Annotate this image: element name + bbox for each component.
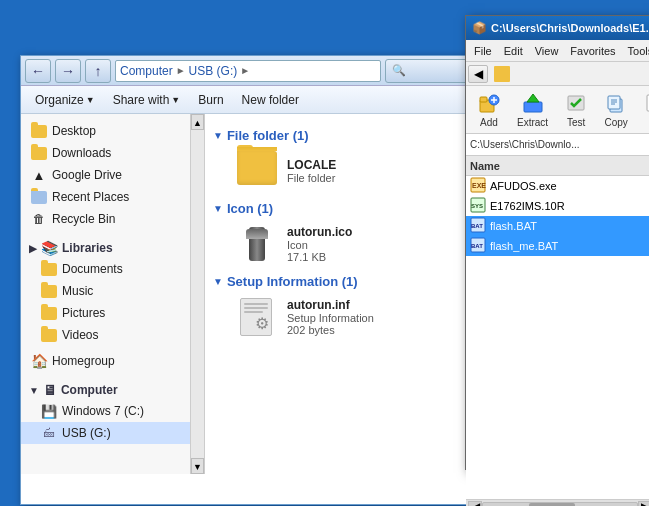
sidebar-documents-label: Documents [62, 262, 123, 276]
forward-button[interactable]: → [55, 59, 81, 83]
sidebar-homegroup-label: Homegroup [52, 354, 115, 368]
winrar-m-button[interactable]: M M [637, 87, 649, 132]
sidebar-desktop-label: Desktop [52, 124, 96, 138]
icon-title: Icon (1) [227, 201, 273, 216]
sidebar-item-windows-drive[interactable]: 💾 Windows 7 (C:) [21, 400, 190, 422]
scroll-left-button[interactable]: ◀ [468, 501, 482, 507]
winrar-copy-button[interactable]: Copy [597, 87, 635, 132]
winrar-menu-favorites[interactable]: Favorites [566, 43, 619, 59]
sidebar-item-googledrive[interactable]: ▲ Google Drive [21, 164, 190, 186]
sidebar-item-recyclebin[interactable]: 🗑 Recycle Bin [21, 208, 190, 230]
sidebar-scroll-down[interactable]: ▼ [191, 458, 204, 474]
sidebar-item-homegroup[interactable]: 🏠 Homegroup [21, 350, 190, 372]
winrar-scrollbar[interactable]: ◀ ▶ [466, 499, 649, 506]
sidebar-downloads-label: Downloads [52, 146, 111, 160]
sidebar-pictures-label: Pictures [62, 306, 105, 320]
filefolder-arrow: ▼ [213, 130, 223, 141]
sidebar-windows-drive-label: Windows 7 (C:) [62, 404, 144, 418]
setupinfo-title: Setup Information (1) [227, 274, 358, 289]
search-button[interactable]: 🔍 [385, 59, 475, 83]
winrar-menu-file[interactable]: File [470, 43, 496, 59]
winrar-toolbar: Add Extract Test [466, 86, 649, 134]
autorun-inf-icon: ⚙ [237, 297, 277, 337]
libraries-group[interactable]: ▶ 📚 Libraries [21, 234, 190, 258]
scroll-right-button[interactable]: ▶ [638, 501, 649, 507]
new-folder-menu[interactable]: New folder [234, 90, 307, 110]
winrar-file-flash-me-bat[interactable]: BAT flash_me.BAT [466, 236, 649, 256]
sidebar-homegroup: 🏠 Homegroup [21, 350, 190, 372]
winrar-path-text: C:\Users\Chris\Downlo... [470, 139, 579, 150]
breadcrumb-usb[interactable]: USB (G:) [189, 64, 238, 78]
file-item-autorun-inf[interactable]: ⚙ autorun.inf Setup Information 202 byte… [229, 293, 471, 341]
computer-label: Computer [61, 383, 118, 397]
sidebar-item-documents[interactable]: Documents [21, 258, 190, 280]
winrar-content: EXE AFUDOS.exe SYS E1762IMS.10R [466, 176, 649, 506]
svg-text:BAT: BAT [471, 243, 483, 249]
sidebar-music-label: Music [62, 284, 93, 298]
sidebar-scrollbar[interactable]: ▲ ▼ [191, 114, 205, 474]
file-item-autorun-ico[interactable]: autorun.ico Icon 17.1 KB [229, 220, 471, 268]
icon-arrow: ▼ [213, 203, 223, 214]
downloads-icon [31, 145, 47, 161]
usb-drive-icon: 🖮 [41, 425, 57, 441]
setupinfo-arrow: ▼ [213, 276, 223, 287]
winrar-col-name[interactable]: Name [470, 160, 649, 172]
autorun-ico-icon [237, 224, 277, 264]
winrar-back[interactable]: ◀ [468, 65, 488, 83]
address-bar[interactable]: Computer ► USB (G:) ► [115, 60, 381, 82]
burn-menu[interactable]: Burn [190, 90, 231, 110]
libraries-arrow: ▶ [29, 243, 37, 254]
autorun-ico-type: Icon [287, 239, 352, 251]
e1762-name: E1762IMS.10R [490, 200, 565, 212]
flash-me-bat-name: flash_me.BAT [490, 240, 558, 252]
explorer-menubar: Organize ▼ Share with ▼ Burn New folder [21, 86, 479, 114]
sidebar-item-music[interactable]: Music [21, 280, 190, 302]
winrar-file-e1762[interactable]: SYS E1762IMS.10R [466, 196, 649, 216]
winrar-menu-edit[interactable]: Edit [500, 43, 527, 59]
svg-text:BAT: BAT [471, 223, 483, 229]
svg-rect-1 [480, 97, 487, 102]
locale-type: File folder [287, 172, 336, 184]
locale-info: LOCALE File folder [287, 158, 336, 184]
sidebar-item-pictures[interactable]: Pictures [21, 302, 190, 324]
share-with-arrow: ▼ [171, 95, 180, 105]
burn-label: Burn [198, 93, 223, 107]
winrar-file-flash-bat[interactable]: BAT flash.BAT [466, 216, 649, 236]
section-filefolder[interactable]: ▼ File folder (1) [213, 128, 471, 143]
file-item-locale[interactable]: LOCALE File folder [229, 147, 471, 195]
back-button[interactable]: ← [25, 59, 51, 83]
filefolder-title: File folder (1) [227, 128, 309, 143]
winrar-add-button[interactable]: Add [470, 87, 508, 132]
winrar-menu-tools[interactable]: Tools [624, 43, 649, 59]
autorun-inf-info: autorun.inf Setup Information 202 bytes [287, 298, 374, 336]
explorer-window: ← → ↑ Computer ► USB (G:) ► 🔍 Organize ▼… [20, 55, 480, 505]
sidebar: Desktop Downloads ▲ Google Drive Rec [21, 114, 191, 474]
up-button[interactable]: ↑ [85, 59, 111, 83]
winrar-extract-button[interactable]: Extract [510, 87, 555, 132]
sidebar-item-recentplaces[interactable]: Recent Places [21, 186, 190, 208]
computer-group[interactable]: ▼ 🖥 Computer [21, 376, 190, 400]
section-icon[interactable]: ▼ Icon (1) [213, 201, 471, 216]
e1762-icon: SYS [470, 197, 486, 215]
winrar-test-button[interactable]: Test [557, 87, 595, 132]
sidebar-item-downloads[interactable]: Downloads [21, 142, 190, 164]
winrar-file-afudos[interactable]: EXE AFUDOS.exe [466, 176, 649, 196]
recyclebin-icon: 🗑 [31, 211, 47, 227]
autorun-ico-size: 17.1 KB [287, 251, 352, 263]
breadcrumb-computer[interactable]: Computer [120, 64, 173, 78]
scrollbar-thumb[interactable] [529, 503, 575, 507]
winrar-copy-icon [604, 91, 628, 115]
winrar-menu-view[interactable]: View [531, 43, 563, 59]
section-setupinfo[interactable]: ▼ Setup Information (1) [213, 274, 471, 289]
windows-drive-icon: 💾 [41, 403, 57, 419]
autorun-ico-name: autorun.ico [287, 225, 352, 239]
flash-me-bat-icon: BAT [470, 237, 486, 255]
scrollbar-track[interactable] [482, 502, 638, 507]
recentplaces-icon [31, 189, 47, 205]
sidebar-item-videos[interactable]: Videos [21, 324, 190, 346]
sidebar-item-desktop[interactable]: Desktop [21, 120, 190, 142]
share-with-menu[interactable]: Share with ▼ [105, 90, 189, 110]
organize-menu[interactable]: Organize ▼ [27, 90, 103, 110]
sidebar-item-usb-drive[interactable]: 🖮 USB (G:) [21, 422, 190, 444]
sidebar-scroll-up[interactable]: ▲ [191, 114, 204, 130]
